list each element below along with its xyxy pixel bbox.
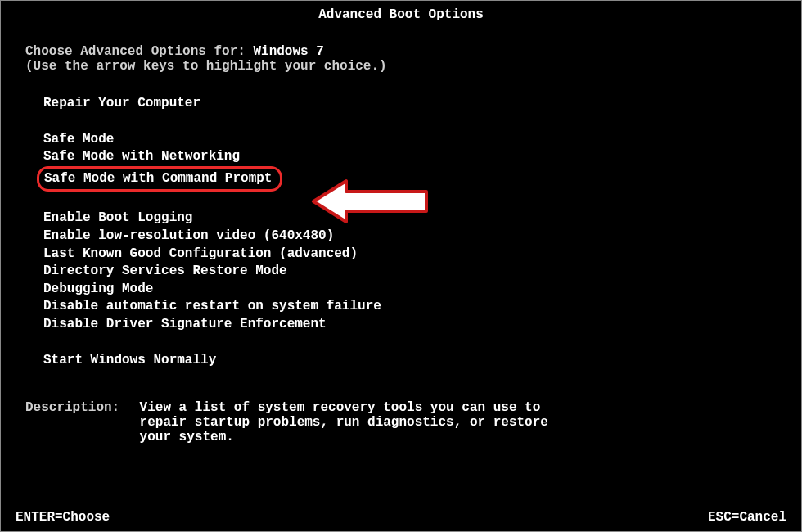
- boot-options: Repair Your Computer Safe Mode Safe Mode…: [43, 95, 777, 369]
- option-repair-computer[interactable]: Repair Your Computer: [43, 95, 200, 113]
- option-disable-driver-sig[interactable]: Disable Driver Signature Enforcement: [43, 316, 327, 334]
- option-boot-logging[interactable]: Enable Boot Logging: [43, 210, 192, 228]
- option-debugging-mode[interactable]: Debugging Mode: [43, 281, 153, 299]
- title-bar: Advanced Boot Options: [1, 1, 801, 29]
- option-safe-mode[interactable]: Safe Mode: [43, 131, 114, 149]
- os-name: Windows 7: [253, 44, 323, 59]
- option-last-known-good[interactable]: Last Known Good Configuration (advanced): [43, 246, 358, 264]
- intro-prefix: Choose Advanced Options for:: [25, 44, 253, 59]
- footer-bar: ENTER=Choose ESC=Cancel: [1, 503, 801, 531]
- option-safe-mode-command-prompt[interactable]: Safe Mode with Command Prompt: [37, 166, 282, 192]
- option-low-res-video[interactable]: Enable low-resolution video (640x480): [43, 228, 334, 246]
- description-label: Description:: [25, 400, 132, 415]
- option-ds-restore-mode[interactable]: Directory Services Restore Mode: [43, 263, 287, 281]
- footer-enter-hint: ENTER=Choose: [16, 510, 110, 525]
- arrow-keys-hint: (Use the arrow keys to highlight your ch…: [25, 59, 777, 74]
- intro-line: Choose Advanced Options for: Windows 7: [25, 44, 777, 59]
- description-block: Description: View a list of system recov…: [25, 400, 777, 444]
- option-disable-auto-restart[interactable]: Disable automatic restart on system fail…: [43, 298, 381, 316]
- page-title: Advanced Boot Options: [318, 7, 484, 22]
- option-safe-mode-networking[interactable]: Safe Mode with Networking: [43, 148, 240, 166]
- description-text: View a list of system recovery tools you…: [140, 400, 582, 444]
- content-area: Choose Advanced Options for: Windows 7 (…: [1, 29, 801, 444]
- option-start-normally[interactable]: Start Windows Normally: [43, 352, 216, 370]
- footer-esc-hint: ESC=Cancel: [708, 510, 786, 525]
